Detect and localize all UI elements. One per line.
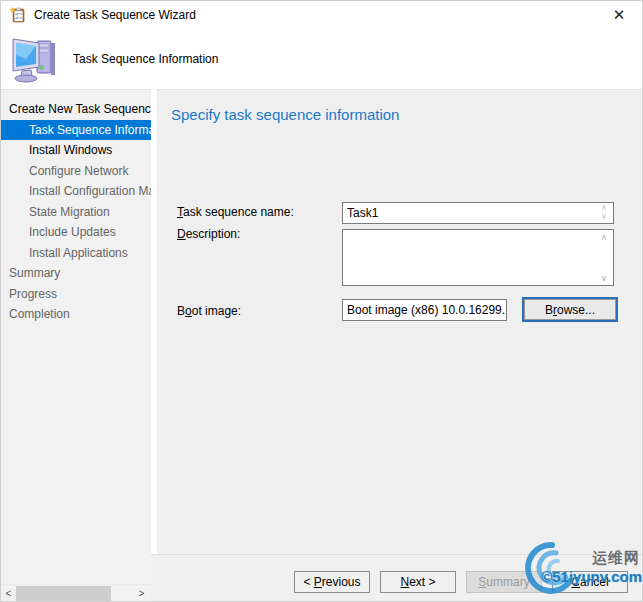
wizard-page-title: Task Sequence Information (73, 52, 218, 66)
sidebar-item-install-windows[interactable]: Install Windows (1, 140, 151, 161)
scroll-up-icon[interactable]: ∧ (598, 232, 610, 242)
scroll-down-icon[interactable]: ∨ (598, 273, 610, 283)
sidebar-item-create-new-task-sequence[interactable]: Create New Task Sequence (1, 99, 151, 120)
spinner-up-icon: ∧ (597, 203, 611, 212)
previous-button[interactable]: < Previous (294, 571, 370, 593)
description-label: Description: (177, 227, 240, 241)
window-title: Create Task Sequence Wizard (34, 8, 196, 22)
wizard-sidebar: Create New Task Sequence Task Sequence I… (1, 89, 151, 601)
task-sequence-name-input[interactable] (345, 204, 595, 222)
sidebar-item-include-updates[interactable]: Include Updates (1, 222, 151, 243)
task-sequence-name-field: ∧ ∨ (342, 202, 614, 224)
sidebar-item-progress[interactable]: Progress (1, 284, 151, 305)
description-input[interactable] (345, 231, 593, 281)
scrollbar-thumb[interactable] (16, 586, 111, 601)
boot-image-label: Boot image: (177, 304, 241, 318)
next-button[interactable]: Next > (380, 571, 456, 593)
sidebar-horizontal-scrollbar[interactable]: < > (1, 584, 151, 601)
sidebar-item-install-applications[interactable]: Install Applications (1, 243, 151, 264)
task-sequence-name-label: Task sequence name: (177, 205, 294, 219)
close-button[interactable]: ✕ (604, 1, 634, 29)
summary-button: Summary (466, 571, 542, 593)
description-field: ∧ ∨ (342, 229, 614, 286)
sidebar-item-state-migration[interactable]: State Migration (1, 202, 151, 223)
cancel-button[interactable]: Cancel (552, 571, 628, 593)
page-heading: Specify task sequence information (171, 106, 399, 123)
wizard-footer: < Previous Next > Summary Cancel (151, 554, 642, 602)
boot-image-field[interactable]: Boot image (x86) 10.0.16299.15 (342, 299, 507, 321)
browse-button[interactable]: Browse... (522, 297, 618, 322)
spinner-down-icon: ∨ (597, 212, 611, 221)
sidebar-item-configure-network[interactable]: Configure Network (1, 161, 151, 182)
wizard-header: Task Sequence Information (1, 29, 642, 89)
workstation-icon (9, 33, 61, 85)
task-sequence-wizard-icon (10, 7, 26, 23)
scroll-right-icon[interactable]: > (134, 585, 149, 602)
wizard-window: Create Task Sequence Wizard ✕ Task Seque (0, 0, 643, 602)
wizard-step-list: Create New Task Sequence Task Sequence I… (1, 90, 151, 325)
sidebar-item-task-sequence-information[interactable]: Task Sequence Information (1, 120, 151, 141)
sidebar-item-summary[interactable]: Summary (1, 263, 151, 284)
spinner-icons: ∧ ∨ (597, 203, 611, 223)
sidebar-item-completion[interactable]: Completion (1, 304, 151, 325)
wizard-content: Specify task sequence information Task s… (157, 89, 642, 554)
sidebar-item-install-configuration-manager[interactable]: Install Configuration Manager (1, 181, 151, 202)
scroll-left-icon[interactable]: < (1, 585, 16, 602)
title-bar: Create Task Sequence Wizard ✕ (1, 1, 642, 29)
